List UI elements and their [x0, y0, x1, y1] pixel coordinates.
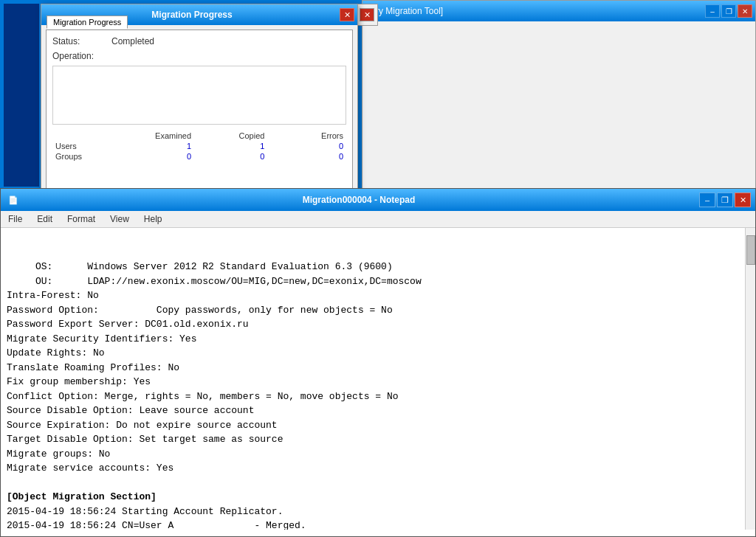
stats-label-1: Groups: [52, 151, 97, 162]
migration-progress-tab: Migration Progress Status: Completed Ope…: [46, 30, 353, 190]
menu-help[interactable]: Help: [140, 212, 167, 226]
notepad-close-button[interactable]: ✕: [735, 193, 751, 207]
stats-spacer-0: [267, 141, 281, 151]
notepad-line-13: Migrate groups: No: [7, 447, 749, 462]
stats-table: Examined Copied Errors Users 1 1 0 Group…: [52, 131, 346, 162]
menu-view[interactable]: View: [106, 212, 134, 226]
notepad-line-9: Conflict Option: Merge, rights = No, mem…: [7, 389, 749, 404]
stats-copied-1: 0: [194, 151, 267, 162]
operation-label: Operation:: [52, 51, 111, 61]
stats-row-0: Users 1 1 0: [52, 141, 346, 151]
scrollbar-thumb[interactable]: [746, 235, 755, 265]
menu-format[interactable]: Format: [63, 212, 100, 226]
col-header-empty: [52, 131, 97, 141]
migration-progress-dialog: Migration Progress ✕ Migration Progress …: [41, 4, 358, 195]
bg-minimize-button[interactable]: –: [705, 4, 720, 18]
status-label: Status:: [52, 36, 111, 46]
notepad-line-12: Target Disable Option: Set target same a…: [7, 432, 749, 447]
notepad-line-4: Password Export Server: DC01.old.exonix.…: [7, 317, 749, 332]
col-header-examined: Examined: [97, 131, 194, 141]
stats-label-0: Users: [52, 141, 97, 151]
progress-area: [52, 66, 346, 125]
notepad-line-5: Migrate Security Identifiers: Yes: [7, 332, 749, 347]
bg-window-controls: – ❐ ✕: [705, 4, 752, 18]
notepad-controls: – ❐ ✕: [699, 193, 751, 207]
dialog-body: Migration Progress Status: Completed Ope…: [41, 25, 357, 195]
notepad-line-8: Fix group membership: Yes: [7, 375, 749, 389]
operation-row: Operation:: [52, 51, 346, 61]
stats-errors-1: 0: [281, 151, 346, 162]
secondary-close-button[interactable]: ✕: [360, 8, 374, 21]
notepad-line-0: OS: Windows Server 2012 R2 Standard Eval…: [7, 260, 749, 274]
stats-row-1: Groups 0 0 0: [52, 151, 346, 162]
status-value: Completed: [111, 36, 154, 46]
notepad-titlebar: 📄 Migration000004 - Notepad – ❐ ✕: [1, 189, 755, 211]
stats-spacer-1: [267, 151, 281, 162]
notepad-line-1: OU: LDAP://new.exonix.moscow/OU=MIG,DC=n…: [7, 274, 749, 289]
notepad-icon: 📄: [5, 195, 18, 205]
bg-window: tory Migration Tool] – ❐ ✕: [362, 0, 756, 192]
notepad-line-11: Source Expiration: Do not expire source …: [7, 418, 749, 433]
notepad-line-15: [7, 476, 749, 491]
stats-copied-0: 1: [194, 141, 267, 151]
col-header-errors: Errors: [281, 131, 346, 141]
menu-edit[interactable]: Edit: [32, 212, 57, 226]
col-header-copied: Copied: [194, 131, 267, 141]
notepad-line-16: [Object Migration Section]: [7, 490, 749, 505]
notepad-line-17: 2015-04-19 18:56:24 Starting Account Rep…: [7, 505, 749, 519]
col-header-spacer: [267, 131, 281, 141]
stats-errors-0: 0: [281, 141, 346, 151]
notepad-line-18: 2015-04-19 18:56:24 CN=User A - Merged.: [7, 519, 749, 530]
notepad-content[interactable]: OS: Windows Server 2012 R2 Standard Eval…: [1, 228, 755, 530]
secondary-close-dialog: ✕: [356, 4, 378, 26]
notepad-line-2: Intra-Forest: No: [7, 288, 749, 303]
notepad-line-10: Source Disable Option: Leave source acco…: [7, 403, 749, 418]
stats-examined-1: 0: [97, 151, 194, 162]
notepad-line-7: Translate Roaming Profiles: No: [7, 361, 749, 375]
notepad-minimize-button[interactable]: –: [699, 193, 715, 207]
bg-window-titlebar: tory Migration Tool] – ❐ ✕: [362, 1, 755, 21]
bg-close-button[interactable]: ✕: [738, 4, 752, 18]
notepad-restore-button[interactable]: ❐: [717, 193, 733, 207]
left-sidebar: [4, 4, 39, 187]
notepad-title: Migration000004 - Notepad: [18, 195, 699, 205]
menu-file[interactable]: File: [4, 212, 27, 226]
notepad-line-6: Update Rights: No: [7, 346, 749, 361]
notepad-menubar: File Edit Format View Help: [1, 211, 755, 228]
bg-restore-button[interactable]: ❐: [721, 4, 736, 18]
notepad-line-3: Password Option: Copy passwords, only fo…: [7, 303, 749, 318]
notepad-line-14: Migrate service accounts: Yes: [7, 461, 749, 476]
notepad-window: 📄 Migration000004 - Notepad – ❐ ✕ File E…: [0, 188, 756, 537]
status-row: Status: Completed: [52, 36, 346, 46]
tab-label[interactable]: Migration Progress: [47, 15, 128, 29]
dialog-close-button[interactable]: ✕: [340, 8, 354, 21]
stats-examined-0: 1: [97, 141, 194, 151]
notepad-scrollbar[interactable]: [745, 228, 755, 530]
